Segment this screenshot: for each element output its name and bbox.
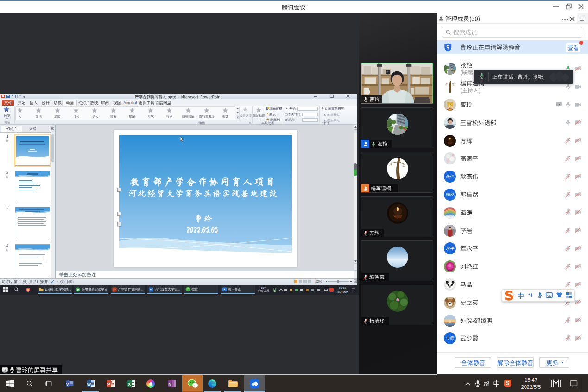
svg-text:P: P <box>114 288 116 291</box>
svg-text:N: N <box>168 382 171 386</box>
svg-text:V: V <box>66 382 69 386</box>
svg-text:X: X <box>128 382 131 386</box>
svg-text:P: P <box>107 382 110 386</box>
svg-text:W: W <box>87 382 91 386</box>
